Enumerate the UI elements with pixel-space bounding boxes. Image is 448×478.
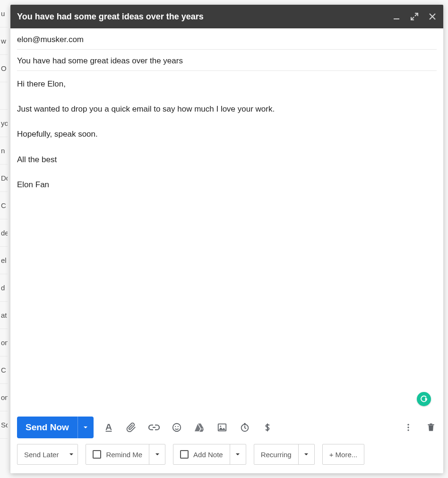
svg-point-6: [220, 426, 221, 427]
chevron-down-icon[interactable]: [298, 444, 314, 464]
background-row: O: [0, 55, 8, 82]
send-button-group: Send Now: [17, 417, 94, 438]
svg-point-11: [407, 429, 409, 431]
recurring-label: Recurring: [261, 451, 292, 459]
checkbox-icon: [93, 450, 101, 459]
background-row: C: [0, 192, 8, 219]
chevron-down-icon: [65, 444, 78, 464]
close-icon[interactable]: [428, 12, 437, 21]
compose-toolbar: Send Now: [10, 413, 443, 438]
send-later-button[interactable]: Send Later: [17, 444, 78, 465]
body-line: Hopefully, speak soon.: [17, 128, 437, 140]
background-mail-list: uwOyonDoCdeeldatonConSo: [0, 0, 8, 478]
link-icon[interactable]: [148, 422, 160, 433]
svg-rect-0: [394, 18, 399, 19]
background-row: on: [0, 329, 8, 356]
format-icons: [103, 422, 273, 433]
discard-icon[interactable]: [425, 422, 437, 433]
subject-field[interactable]: You have had some great ideas over the y…: [17, 50, 437, 71]
drive-icon[interactable]: [194, 422, 205, 433]
background-row: yo: [0, 110, 8, 137]
remind-me-button[interactable]: Remind Me: [86, 444, 165, 465]
background-row: So: [0, 411, 8, 439]
header-fields: elon@musker.com You have had some great …: [10, 28, 443, 71]
right-actions: [403, 422, 437, 433]
remind-me-label: Remind Me: [106, 451, 142, 459]
svg-point-9: [407, 424, 409, 426]
svg-rect-13: [430, 424, 432, 425]
checkbox-icon: [180, 450, 189, 459]
svg-point-4: [177, 426, 178, 427]
chevron-down-icon[interactable]: [149, 444, 165, 464]
send-dropdown-button[interactable]: [78, 417, 94, 438]
background-row: on: [0, 384, 8, 411]
svg-point-3: [175, 426, 176, 427]
grammarly-icon[interactable]: [417, 392, 431, 406]
emoji-icon[interactable]: [171, 422, 182, 433]
recurring-button[interactable]: Recurring: [254, 444, 315, 465]
body-line: Just wanted to drop you a quick email to…: [17, 103, 437, 115]
message-body[interactable]: Hi there Elon,Just wanted to drop you a …: [10, 71, 443, 413]
attach-icon[interactable]: [126, 422, 137, 433]
minimize-icon[interactable]: [392, 12, 401, 21]
svg-rect-1: [105, 431, 112, 432]
body-line: Hi there Elon,: [17, 78, 437, 90]
image-icon[interactable]: [216, 422, 228, 433]
background-row: el: [0, 247, 8, 274]
chevron-down-icon[interactable]: [230, 444, 246, 464]
add-note-button[interactable]: Add Note: [173, 444, 246, 465]
background-row: w: [0, 27, 8, 55]
money-icon[interactable]: [262, 422, 273, 433]
extension-buttons-row: Send Later Remind Me Add Note: [10, 438, 443, 473]
send-later-label: Send Later: [24, 451, 59, 459]
add-note-label: Add Note: [193, 451, 223, 459]
compose-window: You have had some great ideas over the y…: [10, 5, 443, 473]
titlebar-actions: [392, 12, 437, 21]
to-field[interactable]: elon@musker.com: [17, 28, 437, 50]
background-row: at: [0, 302, 8, 329]
background-row: u: [0, 0, 8, 27]
background-row: de: [0, 219, 8, 247]
send-now-button[interactable]: Send Now: [17, 417, 78, 438]
body-line: Elon Fan: [17, 178, 437, 191]
svg-rect-8: [244, 423, 246, 425]
background-row: [0, 82, 8, 110]
background-row: Do: [0, 165, 8, 192]
expand-icon[interactable]: [410, 12, 419, 21]
window-title: You have had some great ideas over the y…: [17, 12, 392, 22]
more-options-icon[interactable]: [403, 422, 414, 433]
svg-point-10: [407, 426, 409, 428]
background-row: C: [0, 356, 8, 384]
titlebar: You have had some great ideas over the y…: [10, 5, 443, 28]
background-row: n: [0, 137, 8, 165]
more-extensions-button[interactable]: + More...: [322, 444, 365, 465]
svg-point-2: [173, 424, 181, 432]
body-line: All the best: [17, 153, 437, 166]
more-label: + More...: [329, 451, 358, 459]
confidential-icon[interactable]: [239, 422, 250, 433]
format-text-icon[interactable]: [103, 422, 114, 433]
background-row: d: [0, 274, 8, 302]
